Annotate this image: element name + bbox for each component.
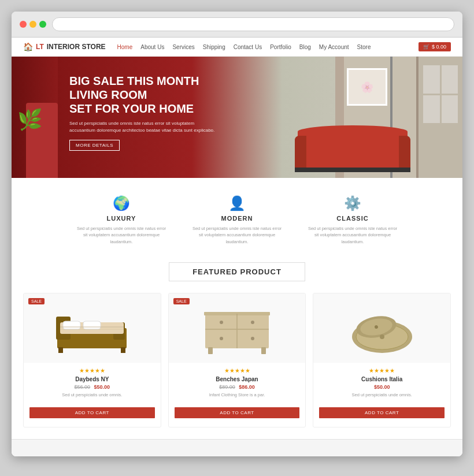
cart-total: $ 0.00: [432, 44, 446, 50]
svg-point-16: [220, 337, 223, 340]
product-1-name: Daybeds NY: [29, 376, 155, 382]
feature-modern: 👤 MODERN Sed ut perspiciatis unde omnis …: [191, 195, 283, 245]
svg-rect-19: [261, 347, 266, 354]
product-3-add-to-cart[interactable]: ADD TO CART: [319, 407, 445, 418]
product-3-desc: Sed ut perspiciatis unde omnis.: [319, 392, 445, 399]
product-3-prices: $50.00: [319, 384, 445, 390]
hero-sofa-back: [298, 125, 408, 138]
svg-rect-5: [83, 321, 101, 329]
hero-description: Sed ut perspiciatis unde omnis iste natu…: [69, 120, 220, 134]
product-card-2: Sale: [168, 293, 306, 428]
nav-store[interactable]: Store: [357, 44, 371, 50]
products-grid: Sale: [12, 290, 462, 440]
hero-title-line3: SET FOR YOUR HOME: [69, 102, 220, 116]
product-1-old-price: $56.00: [75, 384, 91, 390]
dot-close[interactable]: [20, 21, 27, 28]
logo-name: INTERIOR STORE: [47, 43, 106, 51]
browser-dots: [20, 21, 46, 28]
product-2-badge: Sale: [173, 298, 190, 304]
bed-svg: [51, 299, 132, 357]
product-card-1: Sale: [23, 293, 161, 428]
product-1-info: ★★★★★ Daybeds NY $56.00 $50.00 Sed ut pe…: [24, 363, 161, 408]
browser-address-bar[interactable]: [52, 17, 454, 31]
nav-shipping[interactable]: Shipping: [203, 44, 225, 50]
hero-plant: 🌿: [17, 108, 43, 132]
product-1-badge: Sale: [28, 298, 45, 304]
footer-bar: [12, 439, 462, 456]
modern-desc: Sed ut perspiciatis unde omnis iste natu…: [191, 225, 283, 245]
nav-portfolio[interactable]: Portfolio: [270, 44, 291, 50]
product-3-info: ★★★★★ Cushions Italia $50.00 Sed ut pers…: [313, 363, 450, 408]
product-2-old-price: $89.00: [219, 384, 235, 390]
luxury-icon: 🌍: [75, 195, 168, 211]
feature-classic: ⚙️ CLASSIC Sed ut perspiciatis unde omni…: [306, 195, 399, 245]
product-1-prices: $56.00 $50.00: [29, 384, 155, 390]
window-pane-1: [423, 65, 440, 94]
product-1-add-to-cart[interactable]: ADD TO CART: [29, 407, 155, 418]
browser-chrome: [12, 12, 462, 38]
product-2-name: Benches Japan: [175, 376, 300, 382]
hero-section: 🌿 🌸: [12, 57, 462, 178]
svg-rect-18: [208, 347, 213, 354]
svg-rect-9: [121, 347, 125, 353]
hero-sofa-arm-left: [295, 136, 306, 168]
product-2-info: ★★★★★ Benches Japan $89.00 $86.00 Infant…: [169, 363, 306, 408]
hero-title-line1: BIG SALE THIS MONTH: [69, 74, 220, 88]
nav-contact[interactable]: Contact Us: [234, 44, 262, 50]
hero-title: BIG SALE THIS MONTH LIVING ROOM SET FOR …: [69, 74, 220, 116]
logo-lt: LT: [36, 43, 44, 51]
svg-point-17: [251, 337, 254, 340]
nav-account[interactable]: My Account: [319, 44, 349, 50]
svg-rect-4: [63, 321, 80, 329]
modern-icon: 👤: [191, 195, 283, 211]
hero-cta-button[interactable]: MORE DETAILS: [69, 140, 120, 151]
feature-luxury: 🌍 LUXURY Sed ut perspiciatis unde omnis …: [75, 195, 168, 245]
featured-header-box: FEATURED PRODUCT: [169, 262, 305, 281]
hero-content: BIG SALE THIS MONTH LIVING ROOM SET FOR …: [69, 74, 220, 151]
dot-minimize[interactable]: [29, 21, 36, 28]
classic-title: CLASSIC: [306, 215, 399, 222]
cushion-svg: [347, 305, 417, 357]
nav-services[interactable]: Services: [172, 44, 194, 50]
svg-point-14: [220, 321, 223, 324]
product-2-new-price: $86.00: [239, 384, 255, 390]
nav-about[interactable]: About Us: [140, 44, 164, 50]
modern-title: MODERN: [191, 215, 283, 222]
svg-point-24: [380, 334, 384, 339]
classic-icon: ⚙️: [306, 195, 399, 211]
hero-sofa-body: [295, 136, 410, 168]
product-1-stars: ★★★★★: [29, 367, 155, 374]
svg-point-15: [251, 321, 254, 324]
product-1-desc: Sed ut perspiciatis unde omnis.: [29, 392, 155, 399]
nav-blog[interactable]: Blog: [299, 44, 311, 50]
featured-products-title: FEATURED PRODUCT: [192, 267, 282, 276]
window-pane-3: [423, 95, 440, 124]
hero-sofa-base: [295, 168, 410, 172]
luxury-title: LUXURY: [75, 215, 168, 222]
product-2-prices: $89.00 $86.00: [175, 384, 300, 390]
featured-products-header: FEATURED PRODUCT: [23, 262, 451, 281]
cart-icon: 🛒: [423, 44, 429, 50]
hero-picture-frame: 🌸: [347, 68, 387, 106]
product-3-new-price: $50.00: [374, 384, 390, 390]
product-3-stars: ★★★★★: [319, 367, 445, 374]
nav-home[interactable]: Home: [117, 44, 133, 50]
classic-desc: Sed ut perspiciatis unde omnis iste natu…: [306, 225, 399, 245]
features-section: 🌍 LUXURY Sed ut perspiciatis unde omnis …: [12, 178, 462, 256]
product-2-add-to-cart[interactable]: ADD TO CART: [175, 407, 300, 418]
window-pane-2: [442, 65, 458, 94]
nav-links: Home About Us Services Shipping Contact …: [117, 44, 419, 50]
dot-maximize[interactable]: [39, 21, 46, 28]
product-card-3: ★★★★★ Cushions Italia $50.00 Sed ut pers…: [313, 293, 451, 428]
cart-button[interactable]: 🛒 $ 0.00: [419, 42, 451, 51]
hero-sofa-area: [295, 136, 410, 172]
product-3-image: [313, 293, 450, 363]
product-3-name: Cushions Italia: [319, 376, 445, 382]
hero-artwork: 🌸: [361, 81, 373, 94]
home-icon: 🏠: [23, 42, 33, 51]
hero-window-frame: [416, 57, 462, 178]
site-logo[interactable]: 🏠 LT INTERIOR STORE: [23, 42, 106, 51]
hero-sofa-arm-right: [399, 136, 410, 168]
navbar: 🏠 LT INTERIOR STORE Home About Us Servic…: [12, 38, 462, 57]
hero-window-panes: [423, 65, 458, 123]
